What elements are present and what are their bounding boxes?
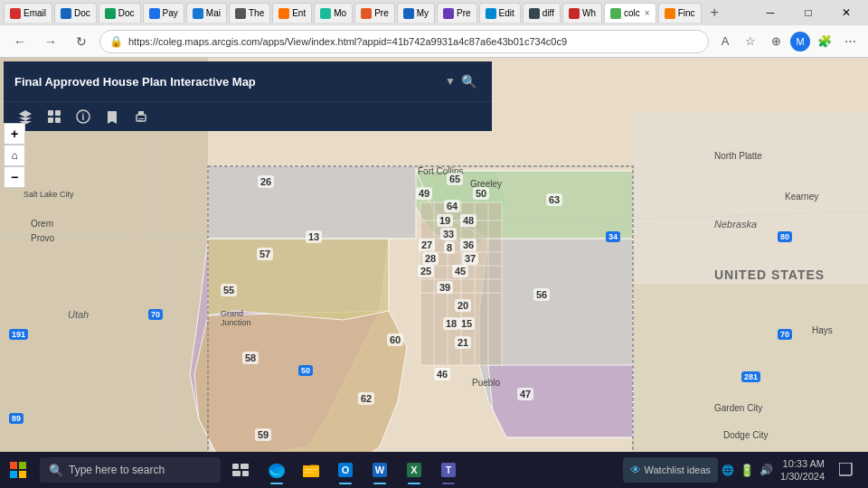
map-search-button[interactable]: 🔍 [456, 69, 481, 94]
watchlist-icon: 👁 [630, 464, 641, 476]
dropdown-icon[interactable]: ▼ [445, 75, 456, 88]
tab-doc2[interactable]: Doc [99, 3, 141, 23]
svg-rect-56 [839, 463, 852, 475]
tab-favicon-edit [486, 8, 496, 19]
taskbar-time: 10:33 AM [780, 457, 825, 470]
highway-34: 34 [606, 231, 620, 242]
svg-rect-37 [19, 462, 26, 469]
tab-mo[interactable]: Mo [314, 3, 353, 23]
tab-favicon-pay [149, 8, 160, 19]
taskbar-app-edge[interactable] [260, 454, 293, 486]
map-container[interactable]: Fort Collins Greeley Pueblo GrandJunctio… [0, 58, 868, 488]
tab-label-edit: Edit [499, 8, 514, 18]
new-tab-button[interactable]: + [703, 3, 726, 23]
print-button[interactable] [130, 106, 152, 127]
tab-edit[interactable]: Edit [479, 3, 521, 23]
zoom-in-button[interactable]: + [4, 123, 25, 145]
zoom-out-button[interactable]: − [4, 166, 25, 188]
tab-label-diff: diff [542, 8, 554, 18]
svg-rect-42 [232, 471, 241, 476]
tab-doc1[interactable]: Doc [54, 3, 97, 23]
network-icon: 🌐 [722, 465, 734, 476]
maximize-button[interactable]: □ [790, 0, 826, 25]
highway-89: 89 [9, 413, 24, 424]
info-button[interactable]: i [72, 106, 94, 127]
print-icon [134, 109, 148, 124]
layers-icon [18, 109, 33, 124]
tab-label-doc2: Doc [118, 8, 135, 18]
map-title: Final Approved House Plan Interactive Ma… [14, 75, 438, 89]
svg-marker-10 [488, 365, 633, 437]
notification-icon [839, 463, 854, 477]
tab-favicon-mail [193, 8, 203, 19]
back-button[interactable]: ← [7, 29, 33, 54]
svg-rect-29 [48, 117, 53, 123]
bookmark-button[interactable] [101, 106, 123, 127]
taskbar-clock[interactable]: 10:33 AM 1/30/2024 [777, 457, 828, 483]
taskbar-search-text: Type here to search [69, 464, 165, 476]
favorite-icon[interactable]: ☆ [740, 31, 761, 52]
close-button[interactable]: ✕ [828, 0, 864, 25]
tab-email[interactable]: Email [4, 3, 52, 23]
word-active-indicator [373, 483, 386, 484]
reload-button[interactable]: ↻ [69, 29, 94, 54]
lock-icon: 🔒 [109, 35, 123, 48]
tab-pre1[interactable]: Pre [354, 3, 395, 23]
taskbar-apps: O W X T [260, 454, 465, 486]
tab-favicon-wh [569, 8, 580, 19]
tab-close-col[interactable]: × [645, 8, 650, 18]
tab-wh[interactable]: Wh [562, 3, 602, 23]
tab-favicon-doc2 [105, 8, 116, 19]
profile-icon[interactable]: M [790, 32, 810, 52]
svg-rect-43 [242, 471, 249, 476]
taskbar-app-outlook[interactable]: O [329, 454, 362, 486]
collection-icon[interactable]: ⊕ [765, 31, 787, 52]
tab-my[interactable]: My [397, 3, 435, 23]
svg-rect-40 [232, 464, 239, 469]
tab-label-pre2: Pre [457, 8, 471, 18]
highway-70-west: 70 [148, 309, 163, 320]
taskbar-search-box[interactable]: 🔍 Type here to search [40, 457, 221, 483]
taskbar-app-word[interactable]: W [363, 454, 396, 486]
tab-label-col: colc [624, 8, 640, 18]
watchlist-button[interactable]: 👁 Watchlist ideas [623, 457, 719, 483]
taskbar-app-excel[interactable]: X [398, 454, 430, 486]
basemap-button[interactable] [43, 106, 65, 127]
tab-bar: Email Doc Doc Pay Mai The Ent Mo [0, 0, 868, 25]
tab-ent[interactable]: Ent [272, 3, 312, 23]
taskbar-app-explorer[interactable] [295, 454, 327, 486]
tab-col[interactable]: colc × [604, 3, 656, 23]
tab-favicon-col [610, 8, 621, 19]
notification-button[interactable] [832, 452, 861, 488]
translate-icon[interactable]: A [714, 31, 736, 52]
forward-button[interactable]: → [38, 29, 63, 54]
svg-rect-33 [137, 115, 146, 121]
explorer-icon [302, 461, 320, 479]
tab-find[interactable]: Finc [658, 3, 702, 23]
map-title-bar: Final Approved House Plan Interactive Ma… [4, 61, 492, 101]
tab-pay[interactable]: Pay [143, 3, 184, 23]
highway-80-east: 80 [778, 231, 792, 242]
start-button[interactable] [0, 452, 36, 488]
system-tray: 🌐 🔋 🔊 [722, 464, 773, 477]
settings-icon[interactable]: ⋯ [839, 31, 861, 52]
home-button[interactable]: ⌂ [4, 145, 25, 166]
address-box[interactable]: 🔒 https://coleg.maps.arcgis.com/apps/Vie… [99, 30, 709, 53]
tab-the[interactable]: The [229, 3, 270, 23]
tab-favicon-find [665, 8, 675, 19]
highway-191: 191 [9, 329, 28, 340]
tab-favicon-pre2 [443, 8, 454, 19]
tab-pre2[interactable]: Pre [437, 3, 477, 23]
tab-label-mail: Mai [206, 8, 221, 18]
svg-rect-47 [305, 472, 314, 473]
task-view-button[interactable] [224, 452, 257, 488]
extensions-icon[interactable]: 🧩 [814, 31, 835, 52]
taskbar-search-icon: 🔍 [49, 464, 63, 477]
svg-text:X: X [410, 465, 418, 475]
tab-favicon-the [235, 8, 246, 19]
browser-action-icons: A ☆ ⊕ M 🧩 ⋯ [714, 31, 861, 52]
tab-diff[interactable]: diff [523, 3, 561, 23]
taskbar-app-teams[interactable]: T [432, 454, 465, 486]
tab-mail[interactable]: Mai [186, 3, 227, 23]
minimize-button[interactable]: ─ [752, 0, 788, 25]
